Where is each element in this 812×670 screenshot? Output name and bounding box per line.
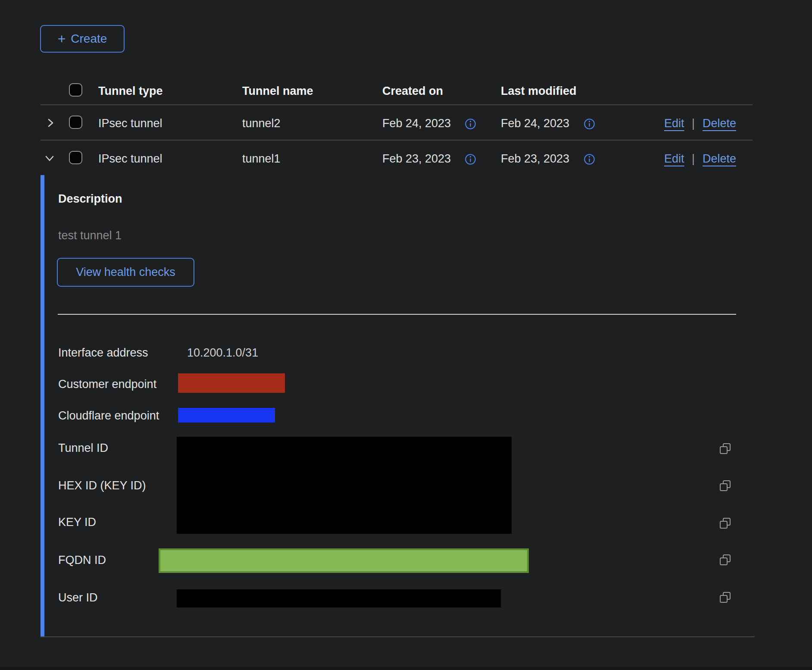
column-header-last-modified: Last modified <box>501 85 577 98</box>
tunnels-page: + Create Tunnel type Tunnel name Created… <box>0 0 812 670</box>
created-on-cell: Feb 24, 2023 <box>382 117 451 130</box>
customer-endpoint-label: Customer endpoint <box>58 378 156 391</box>
customer-endpoint-redaction <box>178 373 285 393</box>
view-health-checks-button[interactable]: View health checks <box>57 258 194 287</box>
header-divider <box>41 104 753 105</box>
last-modified-cell: Feb 23, 2023 <box>501 152 569 166</box>
column-header-tunnel-type: Tunnel type <box>98 85 163 98</box>
tunnel-name-cell: tunnel2 <box>242 117 281 130</box>
tunnel-type-cell: IPsec tunnel <box>98 152 162 166</box>
info-icon[interactable] <box>465 153 476 165</box>
hex-id-label: HEX ID (KEY ID) <box>58 479 146 492</box>
create-button[interactable]: + Create <box>40 25 125 53</box>
tunnel-type-cell: IPsec tunnel <box>98 117 162 130</box>
user-id-label: User ID <box>58 591 98 604</box>
created-on-cell: Feb 23, 2023 <box>382 152 451 166</box>
tunnel-id-label: Tunnel ID <box>58 441 108 455</box>
action-separator: | <box>692 117 695 130</box>
column-header-created-on: Created on <box>382 85 443 98</box>
edit-link[interactable]: Edit <box>664 117 684 130</box>
copy-icon[interactable] <box>718 591 732 604</box>
description-value: test tunnel 1 <box>58 229 122 242</box>
chevron-down-icon[interactable] <box>44 152 56 164</box>
fqdn-id-label: FQDN ID <box>58 554 106 567</box>
table-bottom-border <box>41 636 755 637</box>
copy-icon[interactable] <box>718 517 732 530</box>
row-checkbox[interactable] <box>69 116 82 129</box>
plus-icon: + <box>58 32 66 46</box>
cloudflare-endpoint-redaction <box>178 408 275 423</box>
row-checkbox[interactable] <box>69 151 82 164</box>
row-divider <box>41 140 753 141</box>
cloudflare-endpoint-label: Cloudflare endpoint <box>58 409 159 423</box>
user-id-redaction <box>177 589 501 607</box>
delete-link[interactable]: Delete <box>703 152 736 166</box>
info-icon[interactable] <box>465 118 476 130</box>
view-health-checks-label: View health checks <box>76 266 175 279</box>
key-id-label: KEY ID <box>58 516 96 529</box>
section-divider <box>58 314 736 315</box>
ids-redaction <box>177 437 512 534</box>
fqdn-id-redaction <box>159 548 529 573</box>
column-header-tunnel-name: Tunnel name <box>242 85 313 98</box>
info-icon[interactable] <box>584 153 595 165</box>
expanded-row-accent-bar <box>41 175 44 637</box>
info-icon[interactable] <box>584 118 595 130</box>
description-label: Description <box>58 192 122 206</box>
interface-address-value: 10.200.1.0/31 <box>187 346 258 360</box>
bottom-edge-strip <box>0 667 812 670</box>
action-separator: | <box>692 152 695 166</box>
copy-icon[interactable] <box>718 442 732 456</box>
delete-link[interactable]: Delete <box>703 117 736 130</box>
chevron-right-icon[interactable] <box>44 117 56 129</box>
last-modified-cell: Feb 24, 2023 <box>501 117 569 130</box>
create-button-label: Create <box>71 32 107 46</box>
select-all-checkbox[interactable] <box>69 83 82 97</box>
copy-icon[interactable] <box>718 553 732 567</box>
edit-link[interactable]: Edit <box>664 152 684 166</box>
interface-address-label: Interface address <box>58 346 148 360</box>
copy-icon[interactable] <box>718 479 732 493</box>
tunnel-name-cell: tunnel1 <box>242 152 281 166</box>
